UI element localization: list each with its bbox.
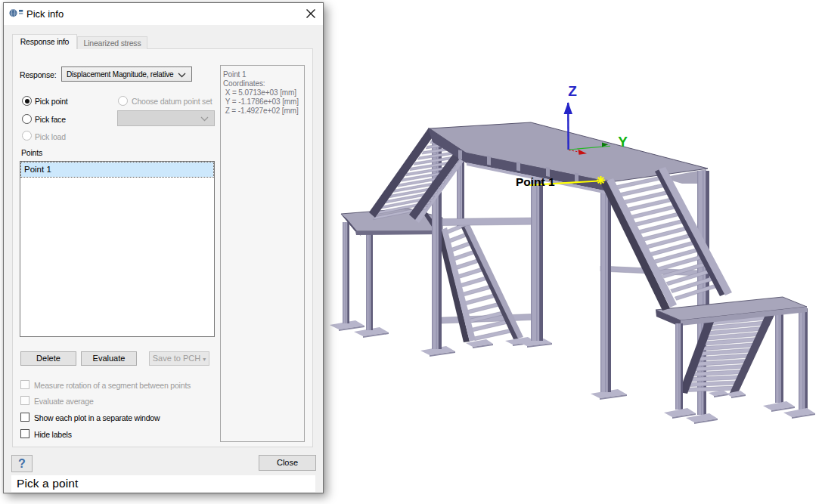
- svg-text:Y: Y: [618, 134, 628, 150]
- svg-text:Point 1: Point 1: [516, 175, 555, 188]
- svg-text:Z: Z: [568, 83, 577, 99]
